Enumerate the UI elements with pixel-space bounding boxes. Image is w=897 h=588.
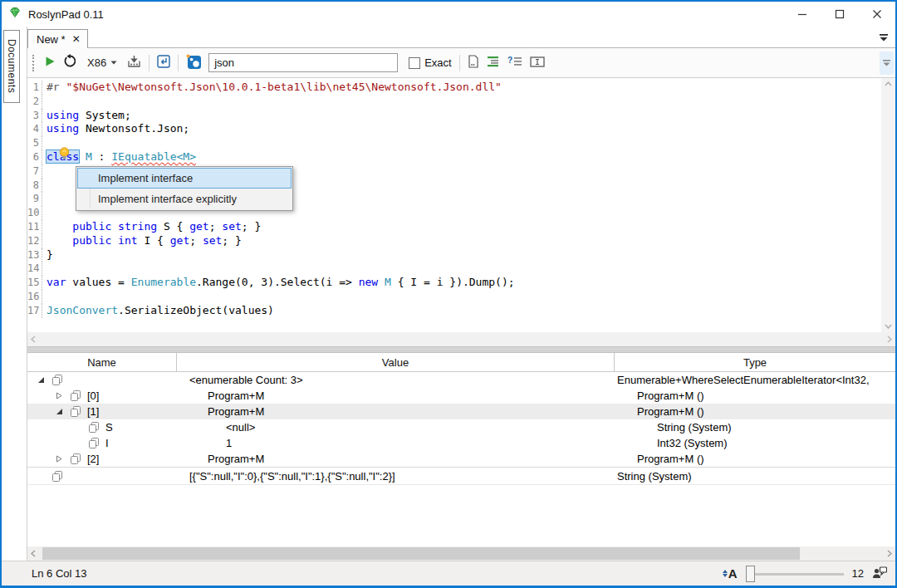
scroll-right-icon[interactable]	[887, 336, 892, 343]
result-name-cell	[27, 375, 177, 385]
code-line[interactable]: 1#r "$NuGet\Newtonsoft.Json\10.0.1-beta1…	[27, 81, 881, 95]
rename-icon[interactable]	[530, 56, 545, 71]
result-row[interactable]: S<null>String (System)	[27, 419, 895, 435]
toolbar-overflow-button[interactable]	[880, 51, 894, 75]
svg-text:?: ?	[507, 56, 512, 65]
column-header-value[interactable]: Value	[177, 353, 615, 371]
comment-format-icon[interactable]: ?	[507, 56, 522, 71]
exact-match-checkbox[interactable]: Exact	[409, 56, 452, 69]
code-line[interactable]: 2	[27, 95, 881, 109]
nuget-search-input[interactable]	[208, 53, 398, 72]
scroll-down-icon[interactable]	[885, 324, 892, 329]
expander-icon[interactable]	[56, 407, 65, 416]
result-row[interactable]: [1]Program+MProgram+M ()	[27, 404, 895, 419]
scroll-up-icon[interactable]	[885, 81, 892, 86]
code-line[interactable]: 14	[27, 262, 881, 276]
format-document-button[interactable]	[157, 55, 170, 71]
column-header-name[interactable]: Name	[27, 353, 177, 371]
line-number: 9	[27, 192, 42, 206]
checkbox-box[interactable]	[409, 57, 420, 69]
expander-spacer	[74, 423, 83, 432]
status-bar: Ln 6 Col 13 A 12	[2, 561, 895, 586]
format-code-icon[interactable]	[487, 56, 500, 71]
lightbulb-icon[interactable]	[57, 146, 71, 165]
editor-horizontal-scrollbar[interactable]	[27, 332, 895, 346]
results-tree: <enumerable Count: 3>Enumerable+WhereSel…	[27, 372, 895, 546]
result-row[interactable]: <enumerable Count: 3>Enumerable+WhereSel…	[27, 372, 895, 388]
result-row[interactable]: [{"S":null,"I":0},{"S":null,"I":1},{"S":…	[27, 467, 895, 485]
minimize-button[interactable]	[783, 2, 821, 27]
toolbar-separator	[178, 55, 179, 71]
code-line[interactable]: 16	[27, 290, 881, 304]
slider-track[interactable]	[746, 573, 844, 576]
platform-label: X86	[87, 56, 106, 69]
expander-icon[interactable]	[56, 454, 65, 463]
code-line[interactable]: 3using System;	[27, 109, 881, 123]
window-title: RoslynPad 0.11	[28, 8, 783, 21]
result-value: Program+M	[177, 388, 615, 404]
add-reference-button[interactable]	[127, 55, 141, 71]
code-line[interactable]: 4using Newtonsoft.Json;	[27, 122, 881, 136]
code-editor[interactable]: 1#r "$NuGet\Newtonsoft.Json\10.0.1-beta1…	[27, 78, 895, 332]
copy-icon[interactable]	[52, 471, 62, 482]
line-number: 12	[27, 234, 42, 248]
documents-panel-tab[interactable]: Documents	[3, 30, 20, 103]
document-tab-new[interactable]: New * ✕	[27, 29, 88, 48]
slider-thumb[interactable]	[746, 566, 755, 582]
line-number: 11	[27, 220, 42, 234]
restart-button[interactable]	[63, 54, 77, 71]
line-text	[44, 164, 47, 179]
code-line[interactable]: 6class M : IEquatable<M>	[27, 150, 881, 164]
platform-dropdown[interactable]: X86	[85, 55, 120, 71]
run-button[interactable]	[45, 56, 56, 71]
line-number: 6	[27, 150, 42, 164]
code-line[interactable]: 17JsonConvert.SerializeObject(values)	[27, 304, 881, 318]
editor-results-splitter[interactable]	[27, 346, 895, 353]
result-name-cell	[27, 471, 177, 482]
code-line[interactable]: 12 public int I { get; set; }	[27, 234, 881, 248]
result-row[interactable]: I1Int32 (System)	[27, 435, 895, 451]
editor-vertical-scrollbar[interactable]	[881, 78, 895, 332]
result-type: Program+M ()	[615, 451, 895, 467]
tab-list-icon[interactable]	[879, 30, 889, 45]
font-size-slider[interactable]	[746, 566, 844, 582]
tab-close-icon[interactable]: ✕	[72, 33, 81, 45]
scroll-right-icon[interactable]	[887, 550, 892, 557]
expander-icon[interactable]	[37, 375, 47, 385]
copy-icon[interactable]	[71, 406, 81, 417]
maximize-button[interactable]	[821, 2, 858, 27]
copy-icon[interactable]	[52, 375, 62, 385]
menu-item[interactable]: Implement interface	[77, 168, 292, 189]
copy-icon[interactable]	[71, 453, 81, 464]
result-type: Program+M ()	[615, 388, 895, 404]
tab-bar: New * ✕	[27, 27, 895, 48]
scrollbar-thumb[interactable]	[42, 547, 800, 560]
result-row[interactable]: [0]Program+MProgram+M ()	[27, 388, 895, 404]
scroll-left-icon[interactable]	[31, 550, 36, 557]
toolbar-grip[interactable]	[32, 55, 36, 71]
report-problem-icon[interactable]	[468, 55, 479, 71]
copy-icon[interactable]	[89, 438, 99, 448]
copy-icon[interactable]	[89, 422, 99, 433]
menu-item[interactable]: Implement interface explicitly	[77, 189, 292, 209]
expander-spacer	[37, 472, 47, 481]
nuget-icon-button[interactable]	[186, 54, 201, 72]
code-line[interactable]: 11 public string S { get; set; }	[27, 220, 881, 234]
line-number: 10	[27, 206, 42, 220]
code-line[interactable]: 13}	[27, 248, 881, 262]
result-row[interactable]: [2]Program+MProgram+M ()	[27, 451, 895, 467]
column-header-type[interactable]: Type	[615, 353, 895, 371]
expander-icon[interactable]	[56, 391, 65, 400]
copy-icon[interactable]	[71, 390, 81, 401]
results-horizontal-scrollbar[interactable]	[27, 546, 895, 561]
expander-spacer	[74, 439, 83, 448]
code-line[interactable]: 15var values = Enumerable.Range(0, 3).Se…	[27, 276, 881, 290]
line-text: }	[44, 248, 53, 262]
scroll-left-icon[interactable]	[31, 336, 36, 343]
feedback-icon[interactable]	[872, 566, 887, 582]
code-line[interactable]: 5	[27, 136, 881, 150]
line-number: 1	[27, 81, 42, 95]
line-text: #r "$NuGet\Newtonsoft.Json\10.0.1-beta1\…	[44, 81, 502, 95]
line-text	[44, 136, 47, 150]
close-button[interactable]	[858, 2, 895, 27]
